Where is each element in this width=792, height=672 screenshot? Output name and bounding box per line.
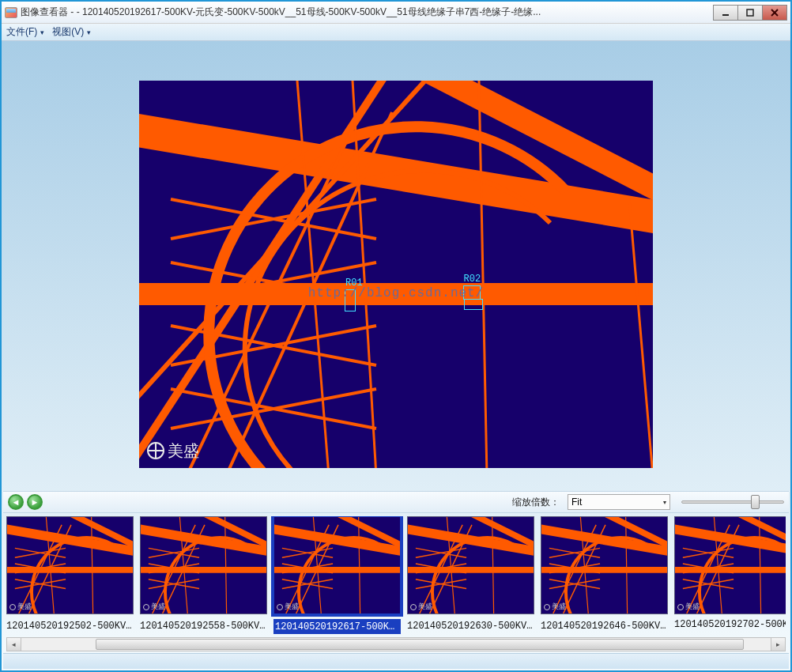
window-title: 图像查看器 - - 120140520192617-500KV-元氏变-500K… xyxy=(21,6,714,19)
thumbnail-image[interactable]: 美盛 xyxy=(674,516,786,614)
thumbnail-label: 120140520192558-500KV-元… xyxy=(140,619,267,632)
svg-line-24 xyxy=(629,199,653,468)
logo-icon xyxy=(147,442,164,459)
svg-line-75 xyxy=(447,517,454,613)
thumbnail-item[interactable]: 美盛 120140520192646-500KV-元… xyxy=(541,516,668,634)
svg-line-89 xyxy=(626,517,628,613)
scroll-thumb[interactable] xyxy=(96,639,744,650)
thumbnail-item[interactable]: 美盛 120140520192558-500KV-元… xyxy=(140,516,267,634)
svg-line-63 xyxy=(359,517,360,613)
horizontal-scrollbar[interactable]: ◂ ▸ xyxy=(6,637,786,651)
svg-rect-1 xyxy=(747,9,753,16)
thumbnail-label: 120140520192630-500KV-元… xyxy=(407,619,534,632)
svg-line-37 xyxy=(92,517,93,613)
svg-line-88 xyxy=(580,517,588,613)
menu-file[interactable]: 文件(F) xyxy=(6,25,37,39)
scroll-right-button[interactable]: ▸ xyxy=(771,638,785,651)
slider-track xyxy=(681,500,784,504)
image-viewer-panel: R01 R02 http://blog.csdn.net/ 美盛 xyxy=(3,43,789,491)
content-area: R01 R02 http://blog.csdn.net/ 美盛 ◄ ► 缩放倍… xyxy=(2,41,790,670)
svg-line-76 xyxy=(492,517,494,613)
close-button[interactable] xyxy=(762,5,787,21)
thumbnail-image[interactable]: 美盛 xyxy=(407,516,534,614)
thumbnail-label: 120140520192502-500KV-元… xyxy=(6,619,134,632)
maximize-button[interactable] xyxy=(737,5,763,21)
slider-thumb[interactable] xyxy=(751,495,760,509)
thumbnail-label: 120140520192646-500KV-元… xyxy=(541,619,668,632)
zoom-value: Fit xyxy=(571,496,582,508)
svg-line-49 xyxy=(179,517,187,613)
chevron-down-icon: ▾ xyxy=(87,28,91,36)
toolbar: ◄ ► 缩放倍数： Fit ▾ xyxy=(3,491,789,513)
watermark-logo: 美盛 xyxy=(147,440,199,462)
main-image[interactable]: R01 R02 http://blog.csdn.net/ 美盛 xyxy=(139,81,653,468)
thumbnail-image[interactable]: 美盛 xyxy=(140,516,267,614)
svg-line-62 xyxy=(313,517,321,613)
zoom-slider[interactable] xyxy=(681,494,784,510)
watermark-url: http://blog.csdn.net/ xyxy=(308,286,485,300)
chevron-down-icon: ▾ xyxy=(40,28,44,36)
thumbnail-strip: 美盛 120140520192502-500KV-元… 美盛 120140520… xyxy=(3,513,789,653)
chevron-down-icon: ▾ xyxy=(663,499,666,506)
thumbnail-logo: 美盛 xyxy=(277,602,299,612)
thumbnail-item[interactable]: 美盛 120140520192502-500KV-元… xyxy=(6,516,134,634)
scroll-left-button[interactable]: ◂ xyxy=(7,638,21,651)
roi-label: R02 xyxy=(464,274,481,285)
svg-line-21 xyxy=(297,81,329,468)
zoom-select[interactable]: Fit ▾ xyxy=(568,494,670,510)
svg-line-101 xyxy=(714,517,722,613)
thumbnail-label: 120140520192617-500KV-元… xyxy=(273,619,401,634)
app-window: 图像查看器 - - 120140520192617-500KV-元氏变-500K… xyxy=(0,0,792,672)
thumbnail-logo: 美盛 xyxy=(677,602,700,612)
thumbnail-image[interactable]: 美盛 xyxy=(6,516,134,614)
thumbnail-logo: 美盛 xyxy=(9,602,32,612)
app-icon xyxy=(5,7,17,18)
thumbnail-item[interactable]: 美盛 120140520192630-500KV-元… xyxy=(407,516,534,634)
thumbnail-logo: 美盛 xyxy=(143,602,165,612)
menubar: 文件(F)▾ 视图(V)▾ xyxy=(2,24,790,41)
window-controls xyxy=(714,5,787,21)
titlebar[interactable]: 图像查看器 - - 120140520192617-500KV-元氏变-500K… xyxy=(2,2,790,24)
thumbnail-logo: 美盛 xyxy=(410,602,432,612)
thumbnail-item[interactable]: 美盛 120140520192617-500KV-元… xyxy=(273,516,401,634)
svg-line-102 xyxy=(760,517,761,613)
zoom-label: 缩放倍数： xyxy=(512,496,560,509)
scroll-track[interactable] xyxy=(21,638,771,651)
svg-line-36 xyxy=(46,517,54,613)
minimize-button[interactable] xyxy=(713,5,738,21)
status-bar xyxy=(3,653,789,669)
thumbnail-logo: 美盛 xyxy=(544,602,566,612)
prev-button[interactable]: ◄ xyxy=(8,494,24,510)
menu-view[interactable]: 视图(V) xyxy=(52,25,84,39)
thumbnail-image[interactable]: 美盛 xyxy=(273,516,401,614)
thumbnail-label: 120140520192702-500KV xyxy=(674,619,786,630)
next-button[interactable]: ► xyxy=(27,494,43,510)
thumbnail-item[interactable]: 美盛 120140520192702-500KV xyxy=(674,516,786,634)
svg-line-50 xyxy=(225,517,227,613)
thumbnail-image[interactable]: 美盛 xyxy=(541,516,668,614)
